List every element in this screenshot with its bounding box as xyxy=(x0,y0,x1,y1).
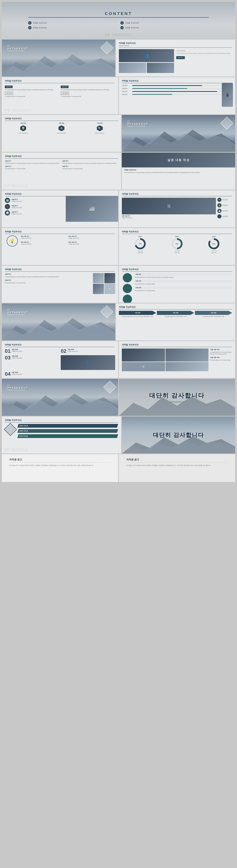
addtitle-content: ADD TITLE ADD TITLE ADD TITLE xyxy=(5,424,118,438)
icon-col-title-1: 내용 제목 xyxy=(5,122,42,124)
teal-text-2: The great pleasure of doing nothing. xyxy=(134,283,232,285)
row-2: 01 PPTAKEOUT Experience is the best teac… xyxy=(2,39,235,76)
slide-header-profile: 제목을 작성하세요 xyxy=(5,80,115,83)
slide-header-addtitle: 제목을 작성하세요 xyxy=(5,419,118,423)
seoul-text: 서울 내용 작성 The great pleasure of doing not… xyxy=(210,348,232,371)
teal-text-3: The great pleasure of doing nothing. xyxy=(134,290,232,291)
pg-photo-4: 🖥 xyxy=(104,284,115,294)
item-label-1: 제목을 작성하세요 xyxy=(33,22,47,24)
profile-label-2: 내용 입력 xyxy=(5,92,13,95)
seoul-photo-1 xyxy=(122,348,165,362)
circle-item-2: TEXT 50% 내용 제목 내용 작성 xyxy=(172,236,183,254)
profile-text-1: The great pleasure of doing nothing is t… xyxy=(5,89,59,91)
icons3col-content: 내용 제목 💡 내용 작성하세요 내용 제목 ⚙ 내용 작성하세요 내용 제목 xyxy=(5,122,118,134)
tb-title-3: 내용 추가 xyxy=(5,165,61,167)
add-title-box-2: ADD TITLE xyxy=(18,429,118,433)
team-button[interactable]: 내용 작성 xyxy=(176,56,185,59)
profile-right: 내용 입력 The great pleasure of doing nothin… xyxy=(61,85,115,97)
arrow-item-3: 내용 방향 The great pleasure. Placeholder. 내… xyxy=(195,311,232,317)
team-desc-2: The great pleasure of doing nothing is t… xyxy=(176,53,232,54)
list-desc-2: 내용을 작성하세요 xyxy=(11,207,22,209)
prog-bar-1 xyxy=(132,85,232,86)
row-6: 제목을 작성하세요 🏢 내용 추가 내용을 작성하세요 💼 내용 추가 내용을 … xyxy=(2,190,235,227)
team-photo-small-2 xyxy=(147,63,174,73)
lb-text-1: 내용을 작성하세요 xyxy=(21,237,68,239)
addtitle-boxes: ADD TITLE ADD TITLE ADD TITLE xyxy=(18,424,118,438)
circle-label-2: TEXT xyxy=(172,236,183,238)
num-text-1: 내용 제목 내용을 작성하세요 xyxy=(12,348,22,352)
arrow-item-2: 내용 방향 The great pleasure. Placeholder. 내… xyxy=(157,311,194,317)
item-label-4: 제목을 작성하세요 xyxy=(125,27,139,29)
num-desc-3: 내용을 작성하세요 xyxy=(12,357,22,359)
textblock-1: 내용 추가 The great pleasure of doing nothin… xyxy=(5,160,61,164)
circle-sublabel-3: 내용 제목 xyxy=(208,250,219,252)
seoul-photos: 🖥 xyxy=(122,348,209,371)
row-11: 04 PPTAKEOUT Experience is the best teac… xyxy=(2,379,235,416)
prog-label-4: 내용 입력 xyxy=(122,94,131,95)
arrow-box-1: 내용 방향 xyxy=(119,311,156,315)
mountain-svg-02 xyxy=(122,126,235,152)
tb-text-1: The great pleasure of doing nothing is t… xyxy=(5,162,61,164)
list-desc-3: 내용을 작성하세요 xyxy=(11,213,22,215)
teal-circles-col xyxy=(122,273,133,303)
list-desc-1: 내용을 작성하세요 xyxy=(11,200,22,203)
seoul-content: 🖥 서울 내용 작성 The great pleasure of doing n… xyxy=(122,348,232,371)
profile-text-4: The great pleasure of doing nothing. xyxy=(61,96,115,97)
slide-arrows: 제목을 작성하세요 내용 방향 The great pleasure of do… xyxy=(116,304,235,340)
circles-content: TEXT 70% 내용 제목 내용 작성 TEXT 50% 내용 제목 내용 작… xyxy=(122,236,232,254)
monitor-photo: 🖥 xyxy=(122,198,216,214)
brand-container-02: 02 PPTAKEOUT Experience is the best teac… xyxy=(127,121,148,127)
seoul-title-2: 서울 내용 작성 xyxy=(210,356,232,359)
credits-body: 본 자료는 PPT TAKEOUT에서 제작한 저작물로 저작권법의 보호를 받… xyxy=(9,464,111,467)
profile-text-3: The great pleasure of doing nothing is t… xyxy=(61,89,115,91)
icon-col-text-3: 내용 작성하세요 xyxy=(81,132,118,134)
arrow-text-2: The great pleasure. Placeholder. 내용. xyxy=(157,316,194,317)
slide-thankyou: 대단히 감사합니다 PPTAKEOUT xyxy=(119,379,235,416)
teal-circle-2 xyxy=(123,284,132,293)
profile-label-4: 내용 입력 xyxy=(61,92,69,95)
svg-marker-8 xyxy=(119,396,235,416)
brand-container-03: 03 PPTAKEOUT Experience is the best teac… xyxy=(7,309,28,315)
row-3: 제목을 작성하세요 내용 입력 The great pleasure of do… xyxy=(2,77,235,114)
prog-fill-1 xyxy=(132,85,202,86)
icon-hex-1: 💡 xyxy=(5,125,42,131)
slide-tealcircles: 제목을 작성하세요 내용 제목 The great pleasure of do… xyxy=(119,266,235,303)
row-12: 제목을 작성하세요 ADD TITLE ADD TITLE ADD TITLE … xyxy=(2,416,235,454)
num-desc-1: 내용을 작성하세요 xyxy=(12,350,22,352)
lb-text-3: 내용을 작성하세요 xyxy=(21,243,68,245)
mountain-svg-01 xyxy=(2,51,115,76)
add-diamond-shape xyxy=(4,423,17,436)
slide-credits-2: 저작권 공고 본 자료는 PPT TAKEOUT에서 제작한 저작물로 저작권법… xyxy=(119,454,235,482)
big-num-3: 03 xyxy=(5,355,10,360)
teal-circle-1 xyxy=(123,273,132,282)
credits-title: 저작권 공고 xyxy=(9,458,111,463)
slide-lightbulb: 제목을 작성하세요 💡 완전 내용 추가 내용을 작성하세요 완전 내용 추가 … xyxy=(2,228,118,265)
circle-sublabel-2: 내용 제목 xyxy=(172,250,183,252)
hex-light-icon: 💡 xyxy=(20,125,26,131)
list-title-2: 내용 추가 xyxy=(11,205,22,207)
row-13: 저작권 공고 본 자료는 PPT TAKEOUT에서 제작한 저작물로 저작권법… xyxy=(2,454,235,482)
teal-item-3: 내용 제목 The great pleasure of doing nothin… xyxy=(134,286,232,291)
seoul-monitor-icon: 🖥 xyxy=(142,365,145,368)
person-photo: 👤 xyxy=(61,355,115,370)
num-badge-4: 04 xyxy=(120,26,124,29)
brand-number-01: 01 xyxy=(7,45,28,47)
team-content: 👥 내용 작성하세요 The great pleasure of doing n… xyxy=(119,49,232,73)
circle-text-1: 내용 작성 xyxy=(135,252,146,254)
num-title-1: 내용 제목 xyxy=(12,348,22,350)
phone-placeholder: 📱 xyxy=(222,83,233,107)
prog-fill-4 xyxy=(132,94,172,95)
explanation-header: 제목을 작성하세요 xyxy=(124,169,233,171)
row-1: CONTENT 01 제목을 작성하세요 02 제목을 작성하세요 03 제목을… xyxy=(2,2,235,39)
circle-chart-2: 50% xyxy=(172,238,183,249)
item-label-3: 제목을 작성하세요 xyxy=(33,27,47,29)
textblock-3: 내용 추가 The great pleasure of doing nothin… xyxy=(5,165,61,169)
explanation-text-area: 제목을 작성하세요 The great pleasure of doing no… xyxy=(122,167,235,175)
big-num-1: 01 xyxy=(5,348,10,354)
monitor-icons: 📷 내용 입력 🔒 내용 입력 📋 내용 입력 📞 내용 입력 xyxy=(217,198,232,219)
team-photo-main: 👥 xyxy=(119,49,174,62)
arrow-text-1: The great pleasure of doing nothing. Pla… xyxy=(119,316,156,317)
monitor-cap-text: 내용을 작성하세요 xyxy=(122,217,216,219)
brand-name-03: PPTAKEOUT xyxy=(7,311,28,314)
monitor-icon-item-2: 🔒 내용 입력 xyxy=(217,203,232,207)
